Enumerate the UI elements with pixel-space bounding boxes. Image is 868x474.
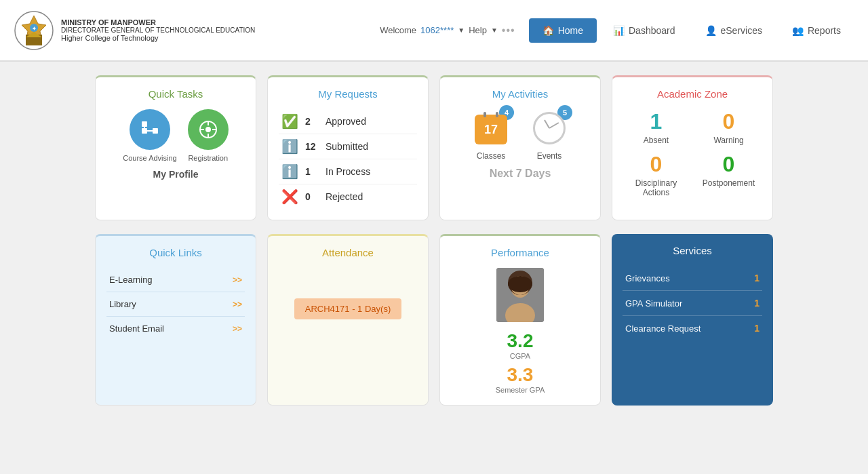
logo-text: MINISTRY OF MANPOWER DIRECTORATE GENERAL…: [61, 18, 255, 42]
registration-icon: [188, 109, 229, 150]
nav-home[interactable]: 🏠 Home: [529, 18, 597, 43]
nav-reports[interactable]: 👥 Reports: [778, 18, 854, 43]
quick-link-student-email[interactable]: Student Email >>: [106, 317, 245, 340]
disciplinary-label: Disciplinary Actions: [623, 178, 689, 197]
header: ✦ MINISTRY OF MANPOWER DIRECTORATE GENER…: [0, 0, 868, 61]
academic-grid: 1 Absent 0 Warning 0 Disciplinary Action…: [623, 109, 762, 197]
performance-content: 3.2 CGPA 3.3 Semester GPA: [451, 268, 589, 394]
approved-icon: ✅: [281, 113, 298, 130]
approved-count: 2: [305, 116, 319, 127]
course-advising-item[interactable]: Course Advising: [123, 109, 177, 162]
svg-text:✦: ✦: [32, 26, 37, 32]
quick-link-elearning[interactable]: E-Learning >>: [106, 268, 245, 292]
events-item[interactable]: 5 Events: [530, 109, 568, 161]
service-clearance-request[interactable]: Clearance Request 1: [623, 316, 762, 340]
request-approved[interactable]: ✅ 2 Approved: [279, 109, 417, 134]
academic-zone-title: Academic Zone: [623, 88, 762, 100]
clearance-request-label: Clearance Request: [625, 323, 701, 334]
rejected-count: 0: [305, 191, 319, 202]
absent-value: 1: [623, 109, 689, 134]
rejected-label: Rejected: [326, 191, 363, 202]
performance-card: Performance 3.2 CGPA 3.3 Semester GPA: [439, 234, 601, 406]
registration-item[interactable]: Registration: [188, 109, 229, 162]
registration-label: Registration: [188, 154, 228, 162]
dashboard-icon: 📊: [613, 25, 625, 36]
service-gpa-simulator[interactable]: GPA Simulator 1: [623, 291, 762, 316]
quick-links-card: Quick Links E-Learning >> Library >> Stu…: [95, 234, 256, 406]
request-rejected[interactable]: ❌ 0 Rejected: [279, 184, 417, 209]
nav-dashboard[interactable]: 📊 Dashboard: [599, 18, 689, 43]
rejected-icon: ❌: [281, 189, 298, 205]
clearance-request-count: 1: [754, 323, 760, 334]
academic-zone-card: Academic Zone 1 Absent 0 Warning 0 Disci…: [612, 75, 773, 220]
absent-label: Absent: [623, 136, 689, 145]
student-email-arrow: >>: [233, 324, 242, 334]
request-inprocess[interactable]: ℹ️ 1 In Process: [279, 159, 417, 184]
quick-tasks-card: Quick Tasks Course Advising: [95, 75, 256, 220]
cgpa-item: 3.2 CGPA: [507, 330, 534, 360]
warning-label: Warning: [696, 136, 762, 145]
svg-point-13: [205, 127, 211, 132]
services-card: Services Grievances 1 GPA Simulator 1 Cl…: [612, 234, 773, 406]
gpa-simulator-count: 1: [754, 298, 760, 309]
attendance-title: Attendance: [279, 247, 417, 258]
quick-tasks-title: Quick Tasks: [106, 88, 245, 100]
help-dropdown[interactable]: ▼: [491, 26, 498, 34]
attendance-item: ARCH4171 - 1 Day(s): [294, 298, 401, 319]
cgpa-value: 3.2: [507, 330, 534, 352]
request-submitted[interactable]: ℹ️ 12 Submitted: [279, 134, 417, 159]
nav-eservices[interactable]: 👤 eServices: [692, 18, 776, 43]
gpa-simulator-label: GPA Simulator: [625, 298, 682, 309]
classes-item[interactable]: 4 17 Classes: [472, 109, 510, 161]
disciplinary-value: 0: [623, 152, 689, 177]
welcome-name: 1062****: [420, 25, 454, 35]
classes-label: Classes: [477, 151, 506, 161]
svg-point-23: [508, 276, 532, 292]
submitted-count: 12: [305, 141, 319, 152]
quick-link-library[interactable]: Library >>: [106, 292, 245, 317]
elearning-label: E-Learning: [109, 275, 153, 285]
postponement-value: 0: [696, 152, 762, 177]
my-profile-label[interactable]: My Profile: [106, 169, 245, 180]
top-right: Welcome 1062**** ▼ Help ▼ •••: [380, 24, 515, 37]
welcome-text: Welcome: [380, 25, 416, 35]
postponement-item: 0 Postponement: [696, 152, 762, 197]
nav-area: 🏠 Home 📊 Dashboard 👤 eServices 👥 Reports: [529, 18, 854, 43]
more-options-button[interactable]: •••: [502, 24, 515, 37]
main-content-row2: Quick Links E-Learning >> Library >> Stu…: [0, 234, 868, 419]
calendar-icon: 17: [475, 112, 507, 144]
warning-value: 0: [696, 109, 762, 134]
inprocess-label: In Process: [326, 166, 370, 177]
grievances-count: 1: [754, 273, 760, 283]
events-label: Events: [537, 151, 562, 161]
semester-gpa-value: 3.3: [496, 364, 545, 386]
svg-rect-7: [142, 121, 147, 127]
activities-icons: 4 17 Classes 5: [451, 109, 589, 161]
library-label: Library: [109, 299, 136, 309]
welcome-dropdown[interactable]: ▼: [458, 26, 465, 34]
submitted-label: Submitted: [326, 141, 368, 152]
my-requests-card: My Requests ✅ 2 Approved ℹ️ 12 Submitted…: [267, 75, 429, 220]
logo-area: ✦ MINISTRY OF MANPOWER DIRECTORATE GENER…: [14, 10, 380, 51]
classes-icon-wrap: 4 17: [472, 109, 510, 147]
eservices-icon: 👤: [705, 25, 717, 36]
library-arrow: >>: [233, 300, 242, 309]
semester-gpa-item: 3.3 Semester GPA: [496, 364, 545, 394]
course-advising-icon: [130, 109, 170, 150]
service-grievances[interactable]: Grievances 1: [623, 266, 762, 291]
attendance-card: Attendance ARCH4171 - 1 Day(s): [267, 234, 429, 406]
logo-icon: ✦: [14, 10, 54, 51]
approved-label: Approved: [326, 116, 366, 127]
grievances-label: Grievances: [625, 273, 670, 283]
help-button[interactable]: Help: [469, 25, 487, 35]
absent-item: 1 Absent: [623, 109, 689, 145]
semester-gpa-label: Semester GPA: [496, 386, 545, 394]
reports-icon: 👥: [792, 25, 804, 36]
quick-tasks-icons: Course Advising Registration: [106, 109, 245, 162]
inprocess-count: 1: [305, 166, 319, 177]
my-activities-title: My Activities: [451, 88, 589, 100]
events-icon-wrap: 5: [530, 109, 568, 147]
performance-title: Performance: [451, 247, 589, 258]
my-activities-card: My Activities 4 17 Classes: [439, 75, 601, 220]
cgpa-label: CGPA: [507, 352, 534, 360]
